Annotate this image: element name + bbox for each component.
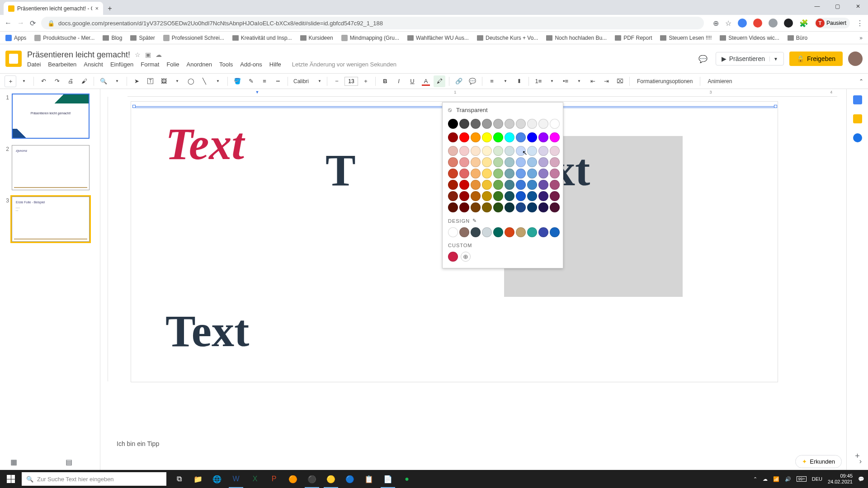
color-swatch[interactable] bbox=[505, 180, 514, 190]
extension-icon-3[interactable] bbox=[769, 19, 778, 28]
apps-shortcut[interactable]: Apps bbox=[5, 35, 26, 41]
menu-tools[interactable]: Tools bbox=[219, 61, 233, 68]
star-icon[interactable]: ☆ bbox=[725, 19, 731, 28]
last-edit-label[interactable]: Letzte Änderung vor wenigen Sekunden bbox=[292, 61, 396, 68]
color-swatch[interactable] bbox=[493, 191, 503, 201]
color-swatch[interactable] bbox=[493, 169, 503, 178]
color-swatch[interactable] bbox=[482, 169, 492, 178]
numbered-list-button[interactable]: 1≡ bbox=[533, 75, 544, 87]
explorer-icon[interactable]: 📁 bbox=[189, 470, 207, 488]
color-swatch[interactable] bbox=[505, 119, 514, 129]
color-swatch[interactable] bbox=[527, 169, 537, 178]
start-button[interactable] bbox=[0, 470, 22, 488]
reload-button[interactable]: ⟳ bbox=[30, 19, 36, 28]
color-swatch[interactable] bbox=[493, 157, 503, 167]
expand-sidebar-icon[interactable]: › bbox=[859, 457, 862, 465]
color-swatch[interactable] bbox=[482, 157, 492, 167]
present-dropdown-icon[interactable]: ▼ bbox=[769, 56, 778, 61]
color-swatch[interactable] bbox=[550, 202, 560, 212]
extensions-menu-icon[interactable]: 🧩 bbox=[799, 19, 808, 28]
color-swatch[interactable] bbox=[505, 191, 514, 201]
close-window-button[interactable]: ✕ bbox=[848, 0, 868, 13]
canvas-text-serif-1[interactable]: T bbox=[326, 144, 356, 196]
color-swatch[interactable] bbox=[505, 202, 514, 212]
star-doc-icon[interactable]: ☆ bbox=[135, 51, 141, 58]
color-swatch[interactable] bbox=[538, 146, 548, 156]
outdent-button[interactable]: ⇤ bbox=[587, 75, 599, 87]
insert-link-button[interactable]: 🔗 bbox=[453, 75, 465, 87]
color-swatch[interactable] bbox=[459, 227, 469, 237]
image-tool[interactable]: 🖼 bbox=[158, 75, 170, 87]
menu-ansicht[interactable]: Ansicht bbox=[84, 61, 103, 68]
slide-thumbnails-panel[interactable]: 1 Präsentieren leicht gemacht! 2 zjsncmz… bbox=[0, 89, 100, 470]
address-bar[interactable]: 🔒 docs.google.com/presentation/d/1yV372S… bbox=[41, 17, 704, 29]
maximize-button[interactable]: ▢ bbox=[827, 0, 848, 13]
font-size-input[interactable] bbox=[344, 77, 358, 86]
speaker-notes[interactable]: Ich bin ein Tipp bbox=[117, 438, 859, 452]
bookmark-item[interactable]: Büro bbox=[788, 35, 807, 41]
clear-format-button[interactable]: ⌧ bbox=[614, 75, 626, 87]
language-indicator[interactable]: DEU bbox=[812, 476, 822, 482]
color-swatch[interactable] bbox=[527, 227, 537, 237]
align-dropdown[interactable]: ▼ bbox=[500, 75, 511, 87]
filmstrip-view-icon[interactable]: ▦ bbox=[6, 456, 21, 467]
border-color-button[interactable]: ✎ bbox=[245, 75, 257, 87]
vertical-ruler[interactable] bbox=[100, 97, 108, 381]
menu-folie[interactable]: Folie bbox=[166, 61, 179, 68]
collapse-toolbar-icon[interactable]: ⌃ bbox=[859, 78, 863, 84]
underline-button[interactable]: U bbox=[406, 75, 418, 87]
color-swatch[interactable] bbox=[482, 146, 492, 156]
color-swatch[interactable] bbox=[459, 202, 469, 212]
color-swatch[interactable] bbox=[505, 169, 514, 178]
color-swatch[interactable] bbox=[448, 169, 458, 178]
color-swatch[interactable] bbox=[527, 146, 537, 156]
close-tab-icon[interactable]: × bbox=[95, 5, 99, 12]
keep-icon[interactable] bbox=[853, 114, 862, 123]
color-swatch[interactable] bbox=[493, 227, 503, 237]
color-swatch[interactable] bbox=[550, 157, 560, 167]
battery-tray-icon[interactable]: 99+ bbox=[797, 476, 806, 482]
horizontal-ruler[interactable]: 1 3 4 ▼ bbox=[127, 89, 837, 97]
slide-thumbnail-1[interactable]: Präsentieren leicht gemacht! bbox=[12, 94, 90, 139]
obs-icon[interactable]: ⚫ bbox=[303, 470, 321, 488]
bookmark-item[interactable]: Deutsche Kurs + Vo... bbox=[477, 35, 538, 41]
color-swatch[interactable] bbox=[538, 191, 548, 201]
color-swatch[interactable] bbox=[448, 119, 458, 129]
animate-button[interactable]: Animieren bbox=[704, 78, 736, 84]
slide-thumbnail-3[interactable]: Erste Folie - Beispiel • • •• • bbox=[12, 197, 90, 242]
redo-button[interactable]: ↷ bbox=[51, 75, 63, 87]
color-swatch[interactable] bbox=[471, 180, 481, 190]
undo-button[interactable]: ↶ bbox=[38, 75, 49, 87]
color-swatch[interactable] bbox=[505, 132, 514, 142]
move-doc-icon[interactable]: ▣ bbox=[145, 51, 151, 58]
color-swatch[interactable] bbox=[538, 119, 548, 129]
new-slide-button[interactable]: ＋ bbox=[5, 75, 16, 87]
menu-bearbeiten[interactable]: Bearbeiten bbox=[48, 61, 76, 68]
color-swatch[interactable] bbox=[482, 202, 492, 212]
numbered-dropdown[interactable]: ▼ bbox=[546, 75, 558, 87]
line-tool[interactable]: ╲ bbox=[198, 75, 210, 87]
color-swatch[interactable] bbox=[538, 157, 548, 167]
color-swatch[interactable] bbox=[550, 227, 560, 237]
tasks-icon[interactable] bbox=[853, 133, 862, 142]
menu-datei[interactable]: Datei bbox=[27, 61, 41, 68]
line-dropdown[interactable]: ▼ bbox=[212, 75, 224, 87]
slide-thumbnail-2[interactable]: zjsncmz bbox=[12, 145, 90, 190]
extension-icon-2[interactable] bbox=[753, 19, 762, 28]
color-swatch[interactable] bbox=[471, 202, 481, 212]
color-swatch[interactable] bbox=[471, 227, 481, 237]
color-swatch[interactable] bbox=[527, 119, 537, 129]
menu-format[interactable]: Format bbox=[141, 61, 159, 68]
color-swatch[interactable] bbox=[538, 227, 548, 237]
transparent-option[interactable]: ⦸ Transparent bbox=[443, 103, 563, 117]
color-swatch[interactable] bbox=[482, 180, 492, 190]
color-swatch[interactable] bbox=[459, 169, 469, 178]
color-swatch[interactable] bbox=[471, 146, 481, 156]
color-swatch[interactable] bbox=[493, 119, 503, 129]
color-swatch[interactable] bbox=[550, 180, 560, 190]
color-swatch[interactable] bbox=[459, 157, 469, 167]
slides-logo[interactable] bbox=[5, 51, 22, 67]
account-avatar[interactable] bbox=[848, 52, 863, 66]
chrome-icon[interactable]: 🟡 bbox=[322, 470, 340, 488]
indent-button[interactable]: ⇥ bbox=[600, 75, 612, 87]
